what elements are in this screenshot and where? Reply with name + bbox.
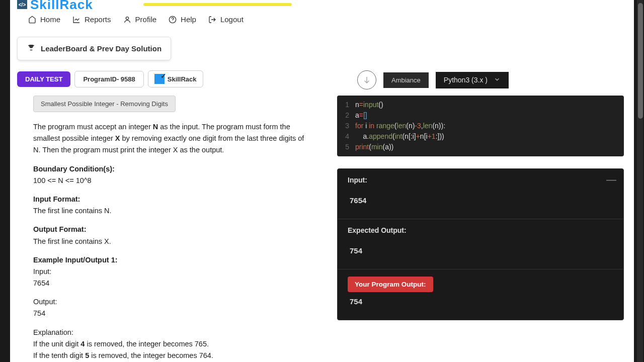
line-number: 4 (337, 131, 355, 142)
example-1-output: Output: 754 (33, 296, 306, 319)
skillrack-label: SkillRack (168, 75, 197, 83)
arrow-down-icon (362, 75, 371, 84)
nav-home[interactable]: Home (28, 15, 60, 24)
input-value: 7654 (348, 191, 613, 212)
nav-profile[interactable]: Profile (123, 15, 157, 24)
code-line-1: n=input() (355, 100, 624, 110)
line-number: 1 (337, 100, 355, 110)
nav-logout-label: Logout (220, 15, 244, 24)
problem-title: Smallest Possible Integer - Removing Dig… (33, 96, 176, 112)
language-selector[interactable]: Python3 (3.x ) (436, 72, 509, 88)
code-line-3: for i in range(len(n)-3,len(n)): (355, 121, 624, 131)
theme-selector[interactable]: Ambiance (383, 72, 429, 88)
language-label: Python3 (3.x ) (444, 76, 488, 84)
skillrack-icon: ✓ (154, 74, 165, 84)
logo-icon: </> (17, 0, 27, 9)
output-panel: — Input: 7654 Expected Output: 754 Your … (337, 168, 624, 320)
scroll-down-button[interactable] (357, 70, 376, 89)
line-number: 3 (337, 121, 355, 131)
output-format: Output Format: The first line contains X… (33, 224, 306, 247)
line-number: 2 (337, 110, 355, 121)
nav-logout[interactable]: Logout (208, 15, 244, 24)
logout-icon (208, 16, 216, 24)
leaderboard-label: LeaderBoard & Prev Day Solution (41, 44, 162, 53)
boundary-conditions: Boundary Condition(s): 100 <= N <= 10^8 (33, 163, 306, 187)
input-label: Input: (348, 176, 613, 184)
help-icon (169, 16, 177, 24)
chevron-down-icon (494, 76, 501, 84)
top-bar: </> SkillRack (10, 0, 634, 9)
collapse-button[interactable]: — (606, 174, 616, 186)
scrollbar-thumb[interactable] (638, 3, 643, 119)
editor-panel: Ambiance Python3 (3.x ) 1n=input() 2a=[]… (332, 70, 634, 362)
nav-home-label: Home (40, 15, 60, 24)
progress-bar (143, 3, 292, 6)
nav-reports[interactable]: Reports (72, 15, 111, 24)
skillrack-badge[interactable]: ✓ SkillRack (148, 70, 203, 87)
nav-profile-label: Profile (135, 15, 157, 24)
code-line-4: a.append(int(n[:i]+n[i+1:])) (355, 131, 624, 142)
program-id-badge[interactable]: ProgramID- 9588 (74, 71, 143, 87)
problem-panel: DAILY TEST ProgramID- 9588 ✓ SkillRack S… (10, 70, 322, 362)
main-nav: Home Reports Profile Help Logout (10, 9, 634, 30)
user-icon (123, 16, 131, 24)
example-1-explanation: Explanation: If the unit digit 4 is remo… (33, 327, 306, 362)
logo[interactable]: </> SkillRack (17, 0, 93, 13)
logo-text: SkillRack (30, 0, 93, 13)
code-line-2: a=[] (355, 110, 624, 121)
svg-point-0 (126, 17, 128, 19)
nav-help-label: Help (181, 15, 196, 24)
example-1: Example Input/Output 1: Input: 7654 (33, 254, 306, 290)
code-editor[interactable]: 1n=input() 2a=[] 3for i in range(len(n)-… (337, 96, 624, 156)
input-format: Input Format: The first line contains N. (33, 194, 306, 217)
line-number: 5 (337, 142, 355, 152)
nav-help[interactable]: Help (169, 15, 196, 24)
leaderboard-button[interactable]: LeaderBoard & Prev Day Solution (17, 37, 171, 60)
nav-reports-label: Reports (85, 15, 111, 24)
chart-icon (72, 16, 80, 24)
expected-output-value: 754 (348, 241, 613, 262)
code-line-5: print(min(a)) (355, 142, 624, 152)
your-output-value: 754 (348, 292, 613, 313)
your-output-label: Your Program Output: (348, 277, 433, 292)
problem-intro: The program must accept an integer N as … (33, 121, 306, 156)
trophy-icon (27, 43, 36, 54)
expected-output-label: Expected Output: (348, 226, 613, 234)
daily-test-badge[interactable]: DAILY TEST (17, 71, 70, 87)
home-icon (28, 16, 36, 24)
